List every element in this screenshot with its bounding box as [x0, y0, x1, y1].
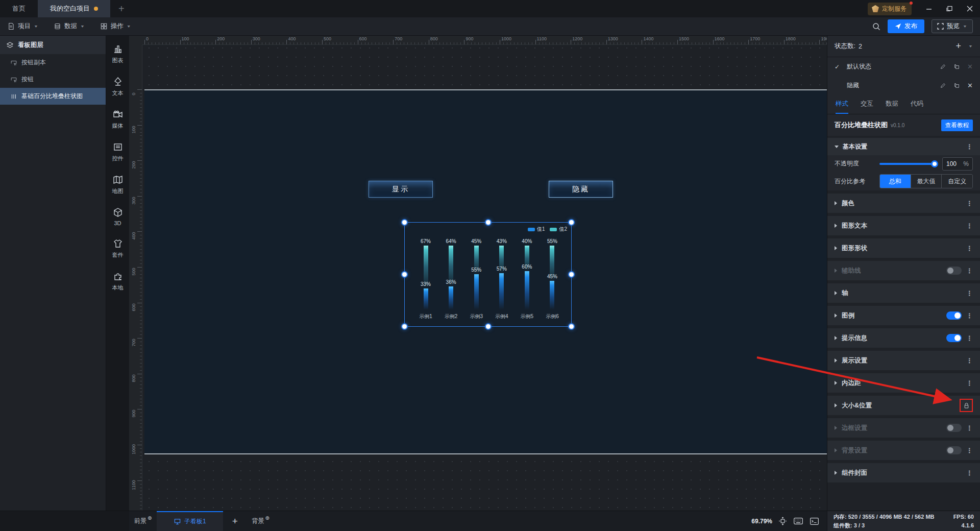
- more-icon[interactable]: ⋮: [966, 245, 973, 252]
- more-icon[interactable]: ⋮: [966, 469, 973, 477]
- minimize-button[interactable]: [919, 6, 939, 12]
- layer-item[interactable]: 按钮副本: [0, 54, 106, 71]
- zoom-level[interactable]: 69.79%: [751, 518, 772, 525]
- show-button-component[interactable]: 显示: [369, 181, 433, 198]
- layer-item[interactable]: 基础百分比堆叠柱状图: [0, 88, 106, 105]
- custom-service-button[interactable]: 定制服务: [868, 3, 912, 15]
- section-展示设置[interactable]: 展示设置⋮: [827, 351, 980, 370]
- selection-handle[interactable]: [569, 324, 574, 329]
- foreground-button[interactable]: 前景 ⊕: [129, 511, 157, 531]
- selection-handle[interactable]: [402, 220, 407, 225]
- percent-ref-option-最大值[interactable]: 最大值: [911, 175, 942, 188]
- tool-kit[interactable]: 套件: [112, 238, 124, 259]
- selection-handle[interactable]: [486, 324, 491, 329]
- selection-handle[interactable]: [402, 324, 407, 329]
- section-图形文本[interactable]: 图形文本⋮: [827, 216, 980, 235]
- inspector-tab-代码[interactable]: 代码: [911, 95, 923, 114]
- section-辅助线[interactable]: 辅助线⋮: [827, 261, 980, 280]
- tool-widget[interactable]: 控件: [112, 142, 124, 162]
- tutorial-button[interactable]: 查看教程: [941, 119, 973, 131]
- basic-settings-header[interactable]: 基本设置 ⋮: [827, 138, 980, 155]
- section-toggle[interactable]: [946, 311, 962, 320]
- menu-grid[interactable]: 操作▼: [100, 22, 131, 31]
- fit-view-button[interactable]: [777, 516, 788, 526]
- more-icon[interactable]: ⋮: [966, 357, 973, 365]
- section-图形形状[interactable]: 图形形状⋮: [827, 238, 980, 258]
- percent-ref-option-总和[interactable]: 总和: [880, 175, 911, 188]
- slider-knob[interactable]: [931, 160, 938, 167]
- section-toggle[interactable]: [946, 267, 962, 275]
- tool-chart[interactable]: 图表: [112, 44, 124, 64]
- canvas-region[interactable]: 0100200300400500600700800900100011001200…: [129, 36, 827, 511]
- edit-state-button[interactable]: [940, 63, 946, 70]
- tab-project[interactable]: 我的空白项目: [38, 0, 110, 17]
- layer-item[interactable]: 按钮: [0, 71, 106, 88]
- tab-home[interactable]: 首页: [0, 0, 38, 17]
- memory-label: 内存:: [834, 513, 847, 521]
- subboard-tab[interactable]: 子看板1: [157, 511, 223, 531]
- search-icon[interactable]: [872, 22, 880, 31]
- menu-document[interactable]: 项目▼: [7, 22, 38, 31]
- section-toggle[interactable]: [946, 334, 962, 342]
- add-state-button[interactable]: +: [956, 41, 962, 52]
- inspector-tab-交互[interactable]: 交互: [861, 95, 873, 114]
- more-icon[interactable]: ⋮: [966, 143, 973, 151]
- copy-state-button[interactable]: [953, 82, 960, 89]
- section-图例[interactable]: 图例⋮: [827, 306, 980, 325]
- opacity-slider[interactable]: [879, 163, 937, 165]
- maximize-button[interactable]: [939, 6, 960, 12]
- more-icon[interactable]: ⋮: [966, 379, 973, 387]
- publish-button[interactable]: 发布: [888, 19, 924, 33]
- selection-handle[interactable]: [569, 272, 574, 277]
- copy-state-button[interactable]: [953, 63, 960, 70]
- lock-button[interactable]: [960, 399, 973, 412]
- circle-plus-icon[interactable]: ⊕: [148, 515, 152, 521]
- percent-ref-option-自定义[interactable]: 自定义: [942, 175, 972, 188]
- more-icon[interactable]: ⋮: [966, 222, 973, 230]
- delete-state-button[interactable]: ✕: [967, 82, 973, 89]
- section-内边距[interactable]: 内边距⋮: [827, 373, 980, 393]
- tool-text[interactable]: 文本: [112, 77, 124, 97]
- menu-database[interactable]: 数据▼: [54, 22, 85, 31]
- section-边框设置[interactable]: 边框设置⋮: [827, 418, 980, 438]
- selection-handle[interactable]: [569, 220, 574, 225]
- keyboard-shortcuts-button[interactable]: [793, 516, 804, 526]
- section-toggle[interactable]: [946, 446, 962, 454]
- more-icon[interactable]: ⋮: [966, 424, 973, 432]
- state-row[interactable]: ✓默认状态✕: [827, 57, 980, 76]
- hide-button-component[interactable]: 隐藏: [549, 181, 613, 198]
- more-icon[interactable]: ⋮: [966, 334, 973, 342]
- section-提示信息[interactable]: 提示信息⋮: [827, 328, 980, 348]
- inspector-tab-数据[interactable]: 数据: [886, 95, 898, 114]
- background-button[interactable]: 背景 ⊕: [247, 511, 274, 531]
- section-背景设置[interactable]: 背景设置⋮: [827, 441, 980, 460]
- more-icon[interactable]: ⋮: [966, 447, 973, 454]
- tool-media[interactable]: 媒体: [112, 109, 124, 130]
- circle-plus-icon[interactable]: ⊕: [265, 515, 269, 521]
- more-icon[interactable]: ⋮: [966, 312, 973, 320]
- close-button[interactable]: [960, 6, 980, 12]
- section-组件封面[interactable]: 组件封面⋮: [827, 463, 980, 482]
- edit-state-button[interactable]: [940, 82, 946, 89]
- inspector-tab-样式[interactable]: 样式: [836, 95, 848, 114]
- selection-handle[interactable]: [402, 272, 407, 277]
- add-board-button[interactable]: +: [223, 511, 247, 531]
- console-button[interactable]: [808, 516, 820, 526]
- more-icon[interactable]: ⋮: [966, 200, 973, 207]
- stacked-bar-chart-component[interactable]: 值1值2 67%33%示例164%36%示例245%55%示例343%57%示例…: [404, 222, 572, 327]
- tool-cube[interactable]: 3D: [113, 207, 123, 226]
- more-icon[interactable]: ⋮: [966, 267, 973, 275]
- section-toggle[interactable]: [946, 424, 962, 432]
- section-大小&位置[interactable]: 大小&位置: [827, 396, 980, 415]
- chevron-down-icon[interactable]: ▼: [968, 44, 973, 49]
- opacity-input[interactable]: 100 %: [942, 157, 973, 171]
- preview-button[interactable]: 预览 ▼: [932, 19, 973, 33]
- section-颜色[interactable]: 颜色⋮: [827, 194, 980, 213]
- tool-local[interactable]: 本地: [112, 271, 124, 292]
- new-tab-button[interactable]: +: [110, 0, 133, 17]
- selection-handle[interactable]: [486, 220, 491, 225]
- section-轴[interactable]: 轴⋮: [827, 283, 980, 303]
- tool-map[interactable]: 地图: [112, 175, 124, 195]
- state-row[interactable]: 隐藏✕: [827, 76, 980, 95]
- more-icon[interactable]: ⋮: [966, 289, 973, 297]
